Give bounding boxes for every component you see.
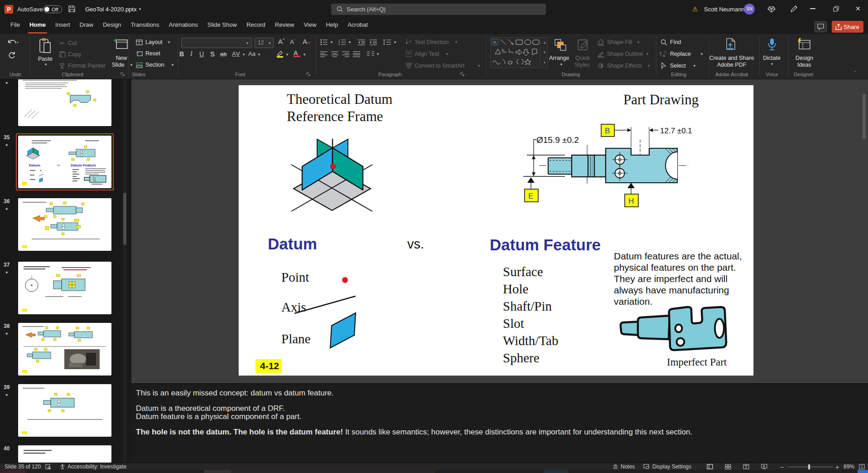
feature-note[interactable]: Datum features are the actual, physical … <box>614 250 755 307</box>
datum-reference-frame-graphic[interactable] <box>289 136 375 215</box>
underline-button[interactable]: U <box>199 50 204 58</box>
format-painter-icon[interactable] <box>59 63 66 69</box>
paste-dropdown-icon[interactable]: ▼ <box>44 63 48 67</box>
gem-icon[interactable] <box>767 5 776 13</box>
highlight-button[interactable] <box>276 50 284 58</box>
increase-indent-button[interactable] <box>370 39 377 45</box>
tab-transitions[interactable]: Transitions <box>129 18 160 32</box>
arrange-dropdown-icon[interactable]: ▼ <box>559 63 563 67</box>
font-dialog-launcher[interactable] <box>306 72 311 77</box>
search-box[interactable]: Search (Alt+Q) <box>331 4 546 15</box>
bullets-button[interactable] <box>320 39 328 45</box>
justify-button[interactable] <box>353 51 361 57</box>
part-drawing-graphic[interactable]: Ø15.9 ±0.2 <box>520 122 696 211</box>
align-center-button[interactable] <box>331 51 339 57</box>
grow-font-button[interactable]: A^ <box>278 38 285 45</box>
clear-formatting-button[interactable]: A◇ <box>303 38 310 45</box>
tab-file[interactable]: File <box>9 18 21 32</box>
thumbnail-slide-40[interactable] <box>18 445 111 463</box>
imperfect-part-graphic[interactable] <box>618 300 732 357</box>
line-spacing-button[interactable] <box>383 39 391 45</box>
section-icon[interactable] <box>136 62 143 68</box>
select-label[interactable]: Select <box>670 63 686 69</box>
create-pdf-button[interactable] <box>723 38 738 53</box>
design-ideas-button[interactable] <box>796 38 811 52</box>
warning-icon[interactable]: ⚠ <box>692 5 698 13</box>
thumbnail-slide-39[interactable] <box>18 384 111 437</box>
clipboard-dialog-launcher[interactable] <box>121 72 125 77</box>
paragraph-dialog-launcher[interactable] <box>460 72 465 77</box>
character-spacing-button[interactable]: A̲V̲ <box>232 50 240 57</box>
align-left-button[interactable] <box>320 51 328 57</box>
columns-button[interactable] <box>367 51 374 57</box>
slide-title-left[interactable]: Theoretical Datum Reference Frame <box>287 91 392 125</box>
autosave-toggle[interactable]: Off <box>43 5 62 13</box>
layout-dropdown-icon[interactable]: ▼ <box>167 40 171 44</box>
accessibility-status[interactable]: Accessibility: Investigate <box>68 463 126 470</box>
tab-insert[interactable]: Insert <box>54 18 72 32</box>
bold-button[interactable]: B <box>179 50 184 58</box>
line-spacing-dropdown-icon[interactable]: ▼ <box>393 40 397 44</box>
decrease-indent-button[interactable] <box>358 39 366 45</box>
font-name-combo[interactable]: ▼ <box>181 38 252 48</box>
close-button[interactable]: ✕ <box>855 5 861 12</box>
restore-button[interactable] <box>833 6 839 12</box>
select-dropdown-icon[interactable]: ▼ <box>693 64 696 68</box>
document-title[interactable]: GeoTol 4-2020.pptx <box>85 6 136 13</box>
cut-icon[interactable]: ✂ <box>59 40 64 47</box>
thumbnail-scrollbar-thumb[interactable] <box>123 193 126 245</box>
reset-label[interactable]: Reset <box>145 50 160 57</box>
replace-icon[interactable]: bc <box>660 50 667 58</box>
font-color-dropdown-icon[interactable]: ▼ <box>303 53 306 57</box>
undo-button[interactable] <box>7 39 19 46</box>
font-color-button[interactable]: A <box>294 49 300 57</box>
select-icon[interactable] <box>661 62 666 69</box>
shape-fill-icon[interactable] <box>597 39 604 46</box>
arrange-button[interactable] <box>554 38 567 52</box>
notes-toggle-icon[interactable] <box>612 464 618 469</box>
section-dropdown-icon[interactable]: ▼ <box>171 63 174 67</box>
display-settings[interactable]: Display Settings <box>652 463 691 470</box>
find-icon[interactable] <box>661 39 667 46</box>
notes-pane[interactable]: This is an easily missed concept: datum … <box>131 383 868 463</box>
change-case-button[interactable]: Aa <box>248 50 256 57</box>
dictate-button[interactable] <box>767 38 777 52</box>
tab-help[interactable]: Help <box>324 18 339 32</box>
tab-animations[interactable]: Animations <box>168 18 199 32</box>
feature-heading[interactable]: Datum Feature <box>490 236 601 254</box>
numbering-dropdown-icon[interactable]: ▼ <box>348 40 352 44</box>
columns-dropdown-icon[interactable]: ▼ <box>376 52 380 56</box>
italic-button[interactable]: I <box>190 50 193 58</box>
numbering-button[interactable]: 123 <box>338 39 346 45</box>
thumbnail-slide-36[interactable] <box>18 198 111 251</box>
tab-record[interactable]: Record <box>245 18 267 32</box>
minimize-button[interactable] <box>810 8 815 9</box>
proofing-icon[interactable] <box>45 464 51 469</box>
convert-smartart-icon[interactable] <box>405 62 412 69</box>
change-case-dropdown-icon[interactable]: ▼ <box>257 53 261 57</box>
bullets-dropdown-icon[interactable]: ▼ <box>330 40 333 44</box>
align-right-button[interactable] <box>342 51 350 57</box>
thumbnail-slide-38[interactable] <box>18 323 111 375</box>
slideshow-view-icon[interactable] <box>761 464 767 469</box>
shapes-gallery[interactable]: A <box>490 37 541 68</box>
shrink-font-button[interactable]: Aˇ <box>290 39 295 45</box>
comments-button[interactable] <box>815 21 827 32</box>
replace-dropdown-icon[interactable]: ▼ <box>700 52 704 56</box>
thumbnail-slide-37[interactable] <box>18 262 111 314</box>
notes-toggle[interactable]: Notes <box>621 463 635 470</box>
new-slide-button[interactable] <box>113 38 129 53</box>
new-slide-dropdown-icon[interactable]: ▼ <box>130 63 133 67</box>
shape-outline-icon[interactable] <box>597 51 604 58</box>
character-spacing-dropdown-icon[interactable]: ▼ <box>242 53 246 57</box>
normal-view-icon[interactable] <box>707 464 713 469</box>
reset-icon[interactable] <box>136 51 143 57</box>
zoom-level[interactable]: 89% <box>844 463 854 470</box>
copy-icon[interactable] <box>59 51 66 58</box>
slide-title-right[interactable]: Part Drawing <box>623 92 699 108</box>
align-text-icon[interactable] <box>405 50 412 57</box>
avatar[interactable]: SN <box>744 4 755 15</box>
tab-slideshow[interactable]: Slide Show <box>206 18 238 32</box>
datum-item-point[interactable]: Point <box>281 270 309 285</box>
shape-effects-icon[interactable] <box>597 63 604 69</box>
